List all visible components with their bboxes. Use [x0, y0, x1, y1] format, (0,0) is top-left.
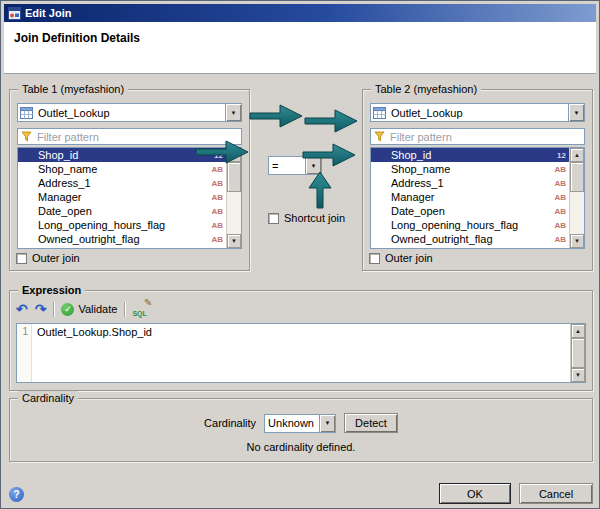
- undo-icon[interactable]: ↶: [16, 302, 28, 316]
- string-type-icon: AB: [554, 207, 566, 216]
- column-row[interactable]: Long_opening_hours_flag AB: [18, 218, 226, 232]
- scroll-down-icon: ▼: [231, 238, 237, 244]
- scroll-thumb[interactable]: [227, 162, 241, 192]
- edit-join-dialog: Edit Join Join Definition Details Table …: [0, 0, 600, 509]
- cardinality-label: Cardinality: [204, 417, 256, 429]
- column-row[interactable]: Manager AB: [18, 190, 226, 204]
- expression-editor[interactable]: 1 Outlet_Lookup.Shop_id ▲ ▼: [16, 323, 586, 383]
- outer-join-label: Outer join: [385, 252, 433, 264]
- table-icon: [373, 107, 386, 119]
- table1-group: Table 1 (myefashion) Outlet_Lookup ▼: [9, 89, 250, 271]
- string-type-icon: AB: [211, 179, 223, 188]
- column-row[interactable]: Manager AB: [371, 190, 569, 204]
- scroll-up-button[interactable]: ▲: [570, 148, 584, 162]
- dialog-header: Join Definition Details: [4, 22, 596, 74]
- table1-select-dropdown-button[interactable]: ▼: [225, 104, 241, 121]
- column-name: Manager: [38, 191, 211, 203]
- column-name: Owned_outright_flag: [391, 233, 554, 245]
- expression-code: Outlet_Lookup.Shop_id: [33, 324, 569, 382]
- help-button[interactable]: ?: [9, 487, 24, 502]
- column-row[interactable]: Shop_name AB: [371, 162, 569, 176]
- filter-funnel-icon: [374, 131, 385, 142]
- shortcut-join-checkbox[interactable]: Shortcut join: [268, 212, 345, 224]
- column-name: Address_1: [38, 177, 211, 189]
- column-name: Date_open: [391, 205, 554, 217]
- expression-toolbar: ↶ ↷ ✓ Validate ✎ SQL: [16, 299, 152, 319]
- chevron-down-icon: ▼: [231, 110, 237, 116]
- detect-button[interactable]: Detect: [344, 413, 398, 433]
- table2-group-title: Table 2 (myefashion): [371, 82, 481, 96]
- line-number: 1: [22, 326, 28, 337]
- table2-list-scrollbar[interactable]: ▲ ▼: [569, 148, 584, 248]
- checkbox-box: [369, 253, 380, 264]
- cancel-button[interactable]: Cancel: [519, 483, 593, 504]
- column-row[interactable]: Owned_outright_flag AB: [371, 232, 569, 246]
- column-row[interactable]: Date_open AB: [18, 204, 226, 218]
- string-type-icon: AB: [554, 179, 566, 188]
- table2-table-select[interactable]: Outlet_Lookup ▼: [370, 103, 585, 122]
- checkbox-box: [268, 213, 279, 224]
- cardinality-group: Cardinality Cardinality Unknown ▼ Detect…: [9, 398, 593, 462]
- string-type-icon: AB: [554, 165, 566, 174]
- title-bar: Edit Join: [4, 4, 596, 22]
- scroll-down-icon: ▼: [574, 238, 580, 244]
- numeric-type-icon: 12: [557, 151, 566, 160]
- scroll-down-button[interactable]: ▼: [570, 234, 584, 248]
- edit-sql-icon[interactable]: ✎ SQL: [132, 301, 152, 317]
- column-name: Shop_name: [391, 163, 554, 175]
- column-name: Address_1: [391, 177, 554, 189]
- column-row[interactable]: Address_1 AB: [18, 176, 226, 190]
- annotation-arrow-up: [307, 171, 333, 209]
- validate-check-icon: ✓: [61, 303, 74, 316]
- string-type-icon: AB: [554, 235, 566, 244]
- ok-button[interactable]: OK: [439, 483, 511, 504]
- line-number-gutter: 1: [17, 324, 32, 382]
- table2-column-rows: Shop_id 12 Shop_name AB Address_1 AB Man…: [371, 148, 569, 248]
- string-type-icon: AB: [554, 221, 566, 230]
- table1-group-title: Table 1 (myefashion): [18, 82, 128, 96]
- table2-outer-join-checkbox[interactable]: Outer join: [369, 252, 433, 264]
- column-name: Shop_id: [391, 149, 557, 161]
- string-type-icon: AB: [211, 235, 223, 244]
- table2-column-list: Shop_id 12 Shop_name AB Address_1 AB Man…: [370, 147, 585, 249]
- column-row[interactable]: Long_opening_hours_flag AB: [371, 218, 569, 232]
- cardinality-select[interactable]: Unknown ▼: [264, 414, 336, 433]
- table2-filter[interactable]: [370, 128, 585, 145]
- toolbar-separator: [124, 302, 125, 317]
- table1-selected-table: Outlet_Lookup: [35, 107, 223, 119]
- editor-scrollbar[interactable]: ▲ ▼: [570, 324, 585, 382]
- expression-group-title: Expression: [18, 283, 85, 297]
- scroll-up-icon: ▲: [574, 152, 580, 158]
- pencil-icon: ✎: [144, 298, 152, 308]
- table2-selected-table: Outlet_Lookup: [388, 107, 566, 119]
- table1-table-select[interactable]: Outlet_Lookup ▼: [17, 103, 242, 122]
- column-row[interactable]: Address_1 AB: [371, 176, 569, 190]
- column-row-shop-id[interactable]: Shop_id 12: [371, 148, 569, 162]
- scroll-thumb[interactable]: [570, 162, 584, 192]
- join-operator-value: =: [269, 160, 305, 172]
- column-name: Manager: [391, 191, 554, 203]
- cardinality-value: Unknown: [265, 417, 319, 429]
- string-type-icon: AB: [211, 165, 223, 174]
- string-type-icon: AB: [211, 207, 223, 216]
- scroll-down-button[interactable]: ▼: [227, 234, 241, 248]
- table1-outer-join-checkbox[interactable]: Outer join: [16, 252, 80, 264]
- scroll-down-button[interactable]: ▼: [571, 368, 585, 382]
- table2-filter-input[interactable]: [388, 130, 581, 144]
- column-row[interactable]: Owned_outright_flag AB: [18, 232, 226, 246]
- scroll-thumb[interactable]: [571, 338, 585, 368]
- cardinality-dropdown-button[interactable]: ▼: [319, 415, 335, 432]
- column-name: Owned_outright_flag: [38, 233, 211, 245]
- validate-button[interactable]: ✓ Validate: [61, 303, 117, 316]
- app-icon: [8, 7, 21, 20]
- column-row[interactable]: Date_open AB: [371, 204, 569, 218]
- redo-icon[interactable]: ↷: [35, 302, 47, 316]
- scroll-up-icon: ▲: [575, 328, 581, 334]
- table2-select-dropdown-button[interactable]: ▼: [568, 104, 584, 121]
- scroll-up-button[interactable]: ▲: [571, 324, 585, 338]
- scroll-down-icon: ▼: [575, 372, 581, 378]
- table-icon: [20, 107, 33, 119]
- chevron-down-icon: ▼: [325, 420, 331, 426]
- sql-label: SQL: [132, 310, 146, 317]
- column-name: Long_opening_hours_flag: [391, 219, 554, 231]
